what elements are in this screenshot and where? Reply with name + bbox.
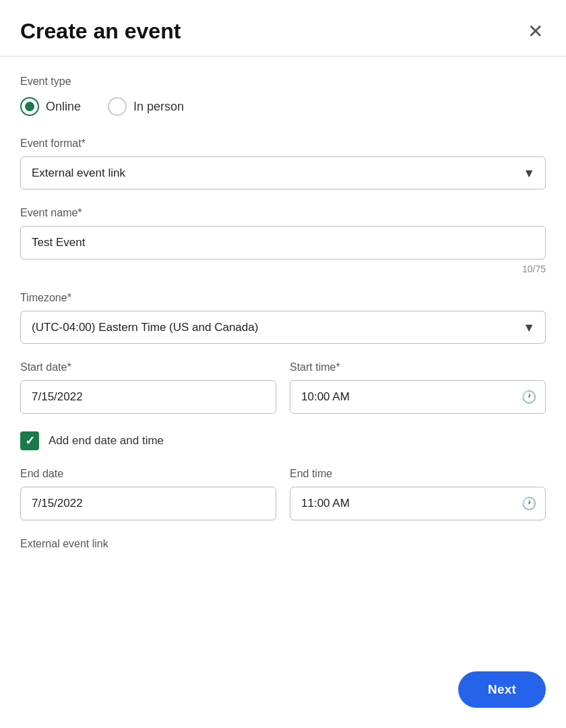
create-event-modal: Create an event ✕ Event type Online In p… [0,0,566,728]
add-end-datetime-label: Add end date and time [49,434,164,448]
modal-title: Create an event [20,19,181,44]
end-time-wrapper: 🕐 [290,487,546,520]
timezone-section: Timezone* (UTC-04:00) Eastern Time (US a… [20,292,546,344]
modal-body: Event type Online In person Event format… [0,57,566,661]
modal-header: Create an event ✕ [0,0,566,57]
close-button[interactable]: ✕ [525,20,546,44]
radio-option-online[interactable]: Online [20,97,81,116]
end-date-label: End date [20,468,276,480]
event-format-select[interactable]: External event linkVirtual meetingIn-per… [20,156,546,189]
start-time-input[interactable] [290,380,546,414]
modal-footer: Next [0,661,566,728]
start-date-input[interactable] [20,380,276,414]
event-name-label: Event name* [20,207,546,219]
start-time-section: Start time* 🕐 [290,361,546,414]
radio-option-in-person[interactable]: In person [108,97,184,116]
event-type-label: Event type [20,75,546,88]
next-button[interactable]: Next [458,671,546,708]
start-time-label: Start time* [290,361,546,373]
start-date-section: Start date* [20,361,276,414]
radio-in-person-label: In person [133,100,184,114]
end-time-label: End time [290,468,546,480]
end-date-input[interactable] [20,487,276,520]
end-datetime-row: End date End time 🕐 [20,468,546,520]
event-format-section: Event format* External event linkVirtual… [20,138,546,189]
end-date-section: End date [20,468,276,520]
checkmark-icon: ✓ [25,435,35,447]
event-type-radio-group: Online In person [20,97,546,116]
char-count: 10/75 [20,264,546,274]
add-end-datetime-row[interactable]: ✓ Add end date and time [20,431,546,450]
timezone-select[interactable]: (UTC-04:00) Eastern Time (US and Canada)… [20,311,546,344]
event-format-label: Event format* [20,138,546,150]
add-end-datetime-checkbox[interactable]: ✓ [20,431,39,450]
start-time-wrapper: 🕐 [290,380,546,414]
event-type-section: Event type Online In person [20,75,546,116]
end-time-input[interactable] [290,487,546,520]
start-date-label: Start date* [20,361,276,373]
event-name-section: Event name* 10/75 [20,207,546,274]
event-name-input[interactable] [20,226,546,260]
timezone-label: Timezone* [20,292,546,304]
event-format-select-wrapper: External event linkVirtual meetingIn-per… [20,156,546,189]
external-link-label: External event link [20,538,546,550]
radio-in-person[interactable] [108,97,127,116]
start-datetime-row: Start date* Start time* 🕐 [20,361,546,414]
radio-online[interactable] [20,97,39,116]
timezone-select-wrapper: (UTC-04:00) Eastern Time (US and Canada)… [20,311,546,344]
external-link-section: External event link [20,538,546,550]
radio-online-label: Online [46,100,81,114]
end-time-section: End time 🕐 [290,468,546,520]
